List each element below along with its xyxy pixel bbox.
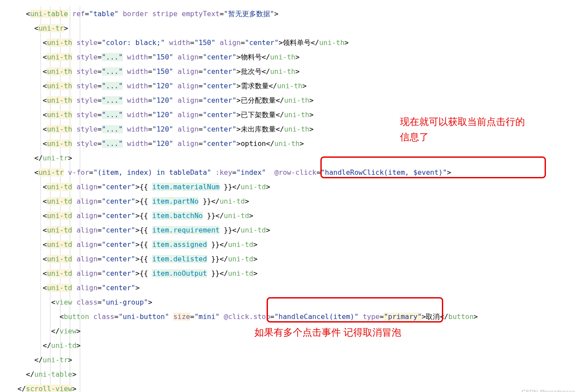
- code-line: <uni-td align="center">{{ item.partNo }}…: [17, 194, 570, 208]
- code-line: <uni-th style="..." width="150" align="c…: [17, 64, 570, 79]
- code-line: <uni-th style="..." width="120" align="c…: [17, 93, 570, 108]
- highlight-box-1: [320, 156, 546, 178]
- highlight-box-2: [267, 297, 443, 323]
- code-line: <uni-table ref="table" border stripe emp…: [17, 7, 570, 21]
- code-line: <uni-td align="center">{{ item.materialN…: [17, 180, 570, 194]
- code-line: <uni-tr>: [17, 21, 570, 35]
- annotation-2: 如果有多个点击事件 记得取消冒泡: [254, 325, 401, 340]
- annotation-1: 现在就可以获取当前点击行的: [400, 114, 525, 129]
- watermark: CSDN @paradoxaaa_: [521, 385, 578, 392]
- code-line: <uni-th style="color: black;" width="150…: [17, 35, 570, 50]
- code-line: <uni-td align="center">{{ item.noOutput …: [17, 266, 570, 281]
- code-line: <uni-td align="center">{{ item.requireme…: [17, 223, 570, 237]
- code-line: <uni-th style="..." width="120" align="c…: [17, 79, 570, 93]
- code-line: </scroll-view>: [17, 382, 570, 392]
- code-line: <uni-td align="center">{{ item.assigned …: [17, 237, 570, 252]
- code-line: </uni-td>: [17, 338, 570, 353]
- code-line: </uni-table>: [17, 367, 570, 382]
- code-line: <uni-td align="center">{{ item.batchNo }…: [17, 208, 570, 223]
- annotation-1b: 信息了: [400, 130, 429, 144]
- code-line: <uni-th style="..." width="120" align="c…: [17, 136, 570, 151]
- code-line: <uni-th style="..." width="150" align="c…: [17, 50, 570, 64]
- code-line: <uni-td align="center">: [17, 281, 570, 295]
- code-line: <uni-td align="center">{{ item.delisted …: [17, 252, 570, 266]
- code-line: </uni-tr>: [17, 353, 570, 367]
